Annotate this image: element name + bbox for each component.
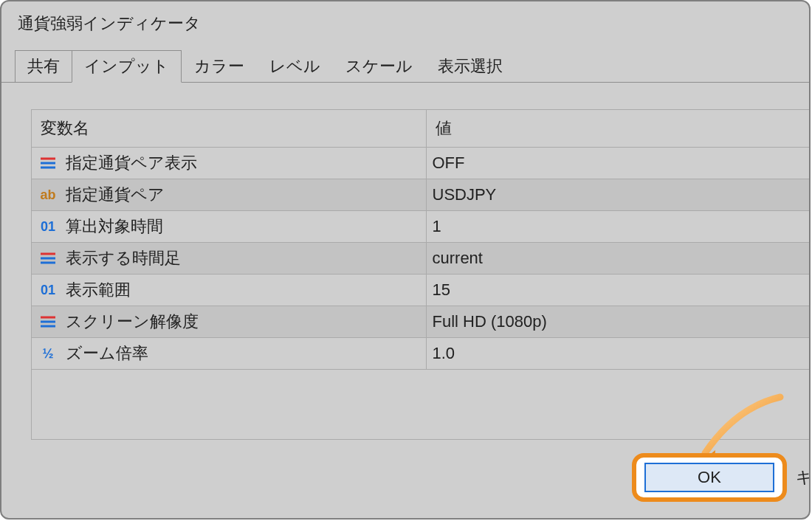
param-value[interactable]: current <box>426 243 811 275</box>
int-icon: 01 <box>38 281 58 299</box>
param-value[interactable]: 1 <box>426 211 811 243</box>
tab-input[interactable]: インプット <box>72 50 182 83</box>
table-row[interactable]: ½ ズーム倍率 1.0 <box>32 338 811 370</box>
cancel-button[interactable]: キ <box>796 466 809 489</box>
param-name: 指定通貨ペア <box>66 184 165 206</box>
tab-color[interactable]: カラー <box>182 50 257 83</box>
tab-display[interactable]: 表示選択 <box>425 50 515 83</box>
fraction-icon: ½ <box>38 345 58 362</box>
tab-scale[interactable]: スケール <box>333 50 425 83</box>
column-header-name[interactable]: 変数名 <box>32 110 426 148</box>
dialog-footer: OK キ <box>632 453 809 502</box>
param-value[interactable]: 1.0 <box>426 338 811 370</box>
param-value[interactable]: USDJPY <box>426 179 811 211</box>
inputs-table: 変数名 値 指定通貨ペア表示 OFF ab <box>32 110 811 370</box>
int-icon: 01 <box>38 218 58 235</box>
tab-share[interactable]: 共有 <box>15 50 72 83</box>
dialog-window: 通貨強弱インディケータ 共有 インプット カラー レベル スケール 表示選択 変… <box>0 0 811 520</box>
tab-strip: 共有 インプット カラー レベル スケール 表示選択 <box>1 50 809 83</box>
param-name: ズーム倍率 <box>66 342 148 365</box>
param-value[interactable]: Full HD (1080p) <box>426 306 811 338</box>
enum-icon <box>38 249 58 267</box>
param-name: 表示範囲 <box>66 279 131 301</box>
tab-level[interactable]: レベル <box>257 50 333 83</box>
param-value[interactable]: 15 <box>426 275 811 306</box>
table-row[interactable]: 01 算出対象時間 1 <box>32 211 811 243</box>
table-row[interactable]: 表示する時間足 current <box>32 243 811 275</box>
table-row[interactable]: 指定通貨ペア表示 OFF <box>32 148 811 179</box>
enum-icon <box>38 154 58 172</box>
param-value[interactable]: OFF <box>426 148 811 179</box>
ok-button-highlight: OK <box>632 453 787 502</box>
dialog-title: 通貨強弱インディケータ <box>18 13 201 35</box>
inputs-panel: 変数名 値 指定通貨ペア表示 OFF ab <box>31 109 811 440</box>
ok-button[interactable]: OK <box>644 463 774 492</box>
string-icon: ab <box>38 186 58 204</box>
column-header-value[interactable]: 値 <box>426 110 811 148</box>
table-row[interactable]: スクリーン解像度 Full HD (1080p) <box>32 306 811 338</box>
table-row[interactable]: ab 指定通貨ペア USDJPY <box>32 179 811 211</box>
param-name: 表示する時間足 <box>66 247 181 269</box>
enum-icon <box>38 313 58 331</box>
param-name: スクリーン解像度 <box>66 311 199 333</box>
param-name: 指定通貨ペア表示 <box>66 152 197 174</box>
param-name: 算出対象時間 <box>66 215 163 238</box>
table-row[interactable]: 01 表示範囲 15 <box>32 275 811 306</box>
title-bar: 通貨強弱インディケータ <box>1 1 809 46</box>
